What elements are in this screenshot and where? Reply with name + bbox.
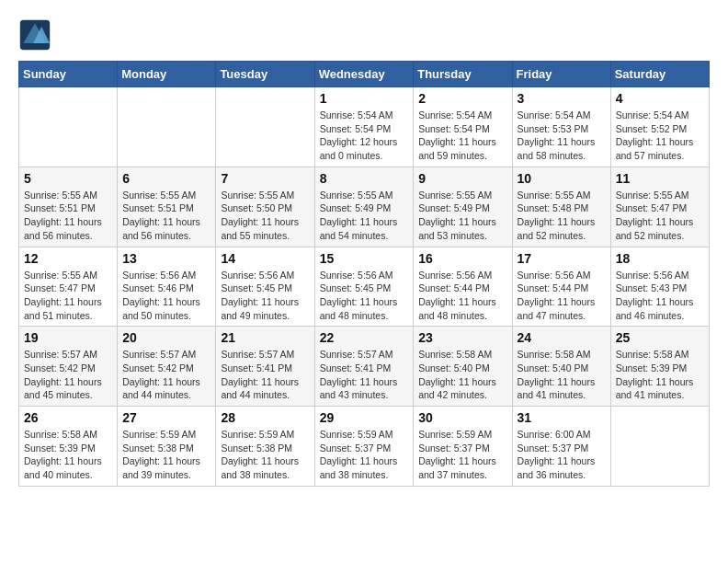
sunrise-info: Sunrise: 5:56 AM xyxy=(518,270,591,281)
empty-cell xyxy=(610,407,709,487)
day-info: Sunrise: 5:59 AMSunset: 5:37 PMDaylight:… xyxy=(418,428,506,482)
day-cell-15: 15Sunrise: 5:56 AMSunset: 5:45 PMDayligh… xyxy=(314,247,414,327)
daylight-minutes: and 52 minutes. xyxy=(616,230,685,241)
weekday-header-tuesday: Tuesday xyxy=(216,62,314,87)
day-info: Sunrise: 5:55 AMSunset: 5:49 PMDaylight:… xyxy=(320,189,409,243)
day-info: Sunrise: 5:56 AMSunset: 5:46 PMDaylight:… xyxy=(122,269,210,323)
sunset-info: Sunset: 5:41 PM xyxy=(320,362,392,373)
day-cell-31: 31Sunrise: 6:00 AMSunset: 5:37 PMDayligh… xyxy=(512,407,610,487)
daylight-label: Daylight: 11 hours xyxy=(616,296,694,307)
day-cell-22: 22Sunrise: 5:57 AMSunset: 5:41 PMDayligh… xyxy=(314,327,414,407)
day-info: Sunrise: 5:57 AMSunset: 5:41 PMDaylight:… xyxy=(221,348,309,402)
day-info: Sunrise: 5:56 AMSunset: 5:45 PMDaylight:… xyxy=(221,269,309,323)
daylight-label: Daylight: 11 hours xyxy=(221,216,299,227)
daylight-minutes: and 44 minutes. xyxy=(221,389,290,400)
sunset-info: Sunset: 5:49 PM xyxy=(418,202,490,213)
sunset-info: Sunset: 5:37 PM xyxy=(518,442,589,454)
day-info: Sunrise: 5:56 AMSunset: 5:44 PMDaylight:… xyxy=(418,269,506,323)
day-cell-6: 6Sunrise: 5:55 AMSunset: 5:51 PMDaylight… xyxy=(118,167,216,247)
sunset-info: Sunset: 5:46 PM xyxy=(122,282,194,293)
day-cell-24: 24Sunrise: 5:58 AMSunset: 5:40 PMDayligh… xyxy=(512,327,610,407)
daylight-label: Daylight: 11 hours xyxy=(320,376,398,387)
daylight-label: Daylight: 11 hours xyxy=(221,376,299,387)
day-cell-14: 14Sunrise: 5:56 AMSunset: 5:45 PMDayligh… xyxy=(216,247,314,327)
day-cell-5: 5Sunrise: 5:55 AMSunset: 5:51 PMDaylight… xyxy=(19,167,118,247)
sunrise-info: Sunrise: 5:55 AM xyxy=(24,270,97,281)
daylight-minutes: and 56 minutes. xyxy=(122,230,191,241)
daylight-minutes: and 39 minutes. xyxy=(122,469,191,480)
day-cell-19: 19Sunrise: 5:57 AMSunset: 5:42 PMDayligh… xyxy=(19,327,118,407)
day-cell-29: 29Sunrise: 5:59 AMSunset: 5:37 PMDayligh… xyxy=(314,407,414,487)
day-info: Sunrise: 5:54 AMSunset: 5:53 PMDaylight:… xyxy=(518,109,606,163)
day-info: Sunrise: 5:58 AMSunset: 5:39 PMDaylight:… xyxy=(616,348,704,402)
sunrise-info: Sunrise: 5:55 AM xyxy=(418,190,492,201)
daylight-label: Daylight: 11 hours xyxy=(24,376,102,387)
sunrise-info: Sunrise: 5:55 AM xyxy=(122,190,196,201)
daylight-minutes: and 0 minutes. xyxy=(320,150,383,161)
day-number: 16 xyxy=(418,251,506,266)
daylight-label: Daylight: 11 hours xyxy=(518,136,596,147)
day-number: 10 xyxy=(518,171,606,186)
day-number: 29 xyxy=(320,410,409,425)
day-number: 31 xyxy=(518,410,606,425)
day-number: 9 xyxy=(418,171,506,186)
daylight-label: Daylight: 11 hours xyxy=(616,376,694,387)
daylight-label: Daylight: 11 hours xyxy=(122,296,200,307)
day-cell-18: 18Sunrise: 5:56 AMSunset: 5:43 PMDayligh… xyxy=(610,247,709,327)
daylight-minutes: and 48 minutes. xyxy=(418,310,487,321)
empty-cell xyxy=(216,87,314,167)
day-cell-30: 30Sunrise: 5:59 AMSunset: 5:37 PMDayligh… xyxy=(414,407,512,487)
sunset-info: Sunset: 5:45 PM xyxy=(320,282,392,293)
daylight-minutes: and 41 minutes. xyxy=(616,389,685,400)
day-number: 3 xyxy=(518,91,606,106)
day-number: 25 xyxy=(616,330,704,345)
daylight-label: Daylight: 11 hours xyxy=(418,455,496,466)
daylight-minutes: and 59 minutes. xyxy=(418,150,487,161)
weekday-header-sunday: Sunday xyxy=(19,62,118,87)
sunset-info: Sunset: 5:52 PM xyxy=(616,123,688,134)
sunset-info: Sunset: 5:48 PM xyxy=(518,202,589,213)
sunset-info: Sunset: 5:38 PM xyxy=(122,442,194,454)
day-info: Sunrise: 5:54 AMSunset: 5:54 PMDaylight:… xyxy=(418,109,506,163)
daylight-minutes: and 58 minutes. xyxy=(518,150,586,161)
sunrise-info: Sunrise: 5:59 AM xyxy=(122,429,196,440)
daylight-label: Daylight: 11 hours xyxy=(24,455,102,466)
daylight-label: Daylight: 11 hours xyxy=(122,376,200,387)
week-row-2: 5Sunrise: 5:55 AMSunset: 5:51 PMDaylight… xyxy=(19,167,710,247)
daylight-label: Daylight: 11 hours xyxy=(518,216,596,227)
sunrise-info: Sunrise: 5:55 AM xyxy=(320,190,393,201)
day-info: Sunrise: 5:57 AMSunset: 5:41 PMDaylight:… xyxy=(320,348,409,402)
day-cell-20: 20Sunrise: 5:57 AMSunset: 5:42 PMDayligh… xyxy=(118,327,216,407)
sunset-info: Sunset: 5:45 PM xyxy=(221,282,292,293)
daylight-label: Daylight: 11 hours xyxy=(221,455,299,466)
day-info: Sunrise: 5:55 AMSunset: 5:49 PMDaylight:… xyxy=(418,189,506,243)
daylight-label: Daylight: 11 hours xyxy=(24,296,102,307)
sunrise-info: Sunrise: 5:59 AM xyxy=(221,429,294,440)
day-number: 26 xyxy=(24,410,112,425)
sunset-info: Sunset: 5:42 PM xyxy=(24,362,96,373)
day-number: 17 xyxy=(518,251,606,266)
sunrise-info: Sunrise: 5:54 AM xyxy=(518,109,591,121)
day-number: 13 xyxy=(122,251,210,266)
day-info: Sunrise: 5:59 AMSunset: 5:37 PMDaylight:… xyxy=(320,428,409,482)
day-info: Sunrise: 5:57 AMSunset: 5:42 PMDaylight:… xyxy=(122,348,210,402)
day-number: 14 xyxy=(221,251,309,266)
day-number: 12 xyxy=(24,251,112,266)
day-cell-3: 3Sunrise: 5:54 AMSunset: 5:53 PMDaylight… xyxy=(512,87,610,167)
day-number: 7 xyxy=(221,171,309,186)
sunrise-info: Sunrise: 5:57 AM xyxy=(320,349,393,360)
day-cell-12: 12Sunrise: 5:55 AMSunset: 5:47 PMDayligh… xyxy=(19,247,118,327)
empty-cell xyxy=(118,87,216,167)
day-cell-4: 4Sunrise: 5:54 AMSunset: 5:52 PMDaylight… xyxy=(610,87,709,167)
sunset-info: Sunset: 5:37 PM xyxy=(320,442,392,454)
weekday-header-friday: Friday xyxy=(512,62,610,87)
day-number: 6 xyxy=(122,171,210,186)
sunset-info: Sunset: 5:39 PM xyxy=(24,442,96,454)
sunrise-info: Sunrise: 5:56 AM xyxy=(221,270,294,281)
day-number: 23 xyxy=(418,330,506,345)
day-number: 5 xyxy=(24,171,112,186)
day-number: 24 xyxy=(518,330,606,345)
day-info: Sunrise: 5:59 AMSunset: 5:38 PMDaylight:… xyxy=(221,428,309,482)
day-cell-13: 13Sunrise: 5:56 AMSunset: 5:46 PMDayligh… xyxy=(118,247,216,327)
daylight-label: Daylight: 11 hours xyxy=(418,136,496,147)
